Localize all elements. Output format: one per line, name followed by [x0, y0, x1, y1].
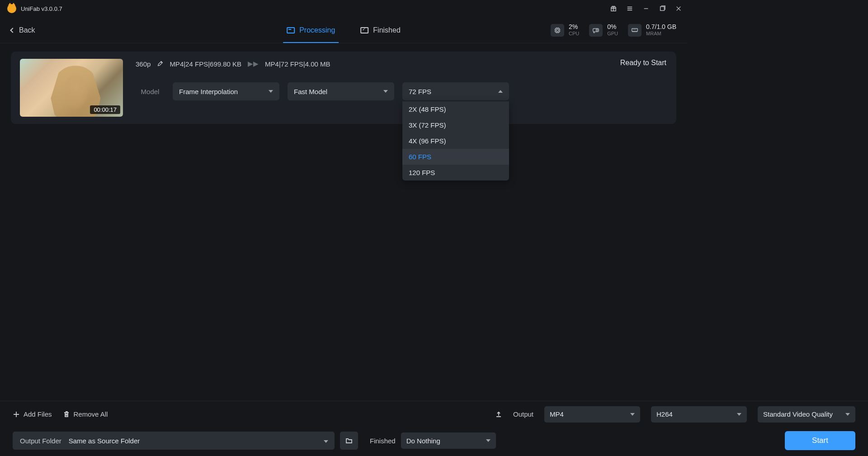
top-bar: Back Processing Finished 2% CPU 0%: [0, 17, 687, 43]
chevron-down-icon: [269, 90, 273, 93]
ram-value: 0.7/1.0 GB: [646, 23, 676, 31]
video-thumbnail[interactable]: 00:00:17: [20, 59, 123, 117]
svg-rect-1: [555, 28, 559, 32]
speed-select[interactable]: Fast Model: [288, 82, 394, 100]
maximize-button[interactable]: [659, 5, 665, 12]
finished-icon: [360, 27, 368, 33]
chevron-left-icon: [10, 28, 15, 33]
thumbnail-duration: 00:00:17: [90, 105, 120, 114]
app-logo-icon: [7, 4, 16, 13]
content-area: 00:00:17 360p MP4|24 FPS|699.80 KB ▶▶ MP…: [0, 43, 687, 132]
gpu-stat: 0% GPU: [589, 23, 618, 37]
minimize-button[interactable]: [643, 5, 649, 12]
task-status: Ready to Start: [620, 59, 666, 67]
back-label: Back: [19, 26, 35, 34]
task-card: 00:00:17 360p MP4|24 FPS|699.80 KB ▶▶ MP…: [11, 52, 676, 124]
gpu-label: GPU: [607, 31, 618, 37]
gpu-value: 0%: [607, 23, 618, 31]
fps-option[interactable]: 60 FPS: [402, 149, 509, 165]
processing-icon: [287, 27, 295, 33]
edit-icon[interactable]: [157, 61, 163, 67]
menu-icon[interactable]: [627, 5, 633, 12]
gpu-icon: [589, 24, 603, 37]
app-title: UniFab v3.0.0.7: [21, 5, 62, 12]
arrow-separator-icon: ▶▶: [248, 60, 259, 68]
source-spec: MP4|24 FPS|699.80 KB: [170, 60, 241, 68]
svg-point-4: [596, 29, 598, 31]
model-select-value: Frame Interpolation: [179, 88, 238, 95]
speed-select-value: Fast Model: [294, 88, 327, 95]
cpu-icon: [551, 24, 564, 37]
tab-processing[interactable]: Processing: [287, 17, 335, 43]
back-button[interactable]: Back: [11, 26, 35, 34]
fps-option[interactable]: 120 FPS: [402, 165, 509, 180]
svg-rect-5: [632, 28, 637, 31]
cpu-label: CPU: [569, 31, 579, 37]
model-select[interactable]: Frame Interpolation: [173, 82, 279, 100]
tab-finished[interactable]: Finished: [360, 17, 400, 43]
fps-option[interactable]: 2X (48 FPS): [402, 101, 509, 117]
ram-label: MRAM: [646, 31, 676, 37]
ram-stat: 0.7/1.0 GB MRAM: [628, 23, 676, 37]
fps-option[interactable]: 3X (72 FPS): [402, 117, 509, 133]
cpu-value: 2%: [569, 23, 579, 31]
fps-select[interactable]: 72 FPS 2X (48 FPS)3X (72 FPS)4X (96 FPS)…: [402, 82, 509, 100]
model-label: Model: [136, 88, 165, 95]
close-button[interactable]: [675, 5, 682, 12]
title-bar: UniFab v3.0.0.7: [0, 0, 687, 17]
tab-label: Finished: [373, 26, 400, 34]
svg-rect-0: [660, 7, 665, 11]
fps-dropdown: 2X (48 FPS)3X (72 FPS)4X (96 FPS)60 FPS1…: [402, 101, 509, 180]
chevron-up-icon: [498, 90, 503, 93]
cpu-stat: 2% CPU: [551, 23, 579, 37]
ram-icon: [628, 24, 642, 37]
gift-icon[interactable]: [610, 5, 617, 12]
fps-select-value: 72 FPS: [409, 88, 431, 95]
chevron-down-icon: [383, 90, 388, 93]
target-spec: MP4|72 FPS|4.00 MB: [265, 60, 330, 68]
svg-rect-2: [557, 29, 559, 31]
resolution-badge: 360p: [136, 60, 151, 68]
tab-label: Processing: [299, 26, 335, 34]
fps-option[interactable]: 4X (96 FPS): [402, 133, 509, 149]
